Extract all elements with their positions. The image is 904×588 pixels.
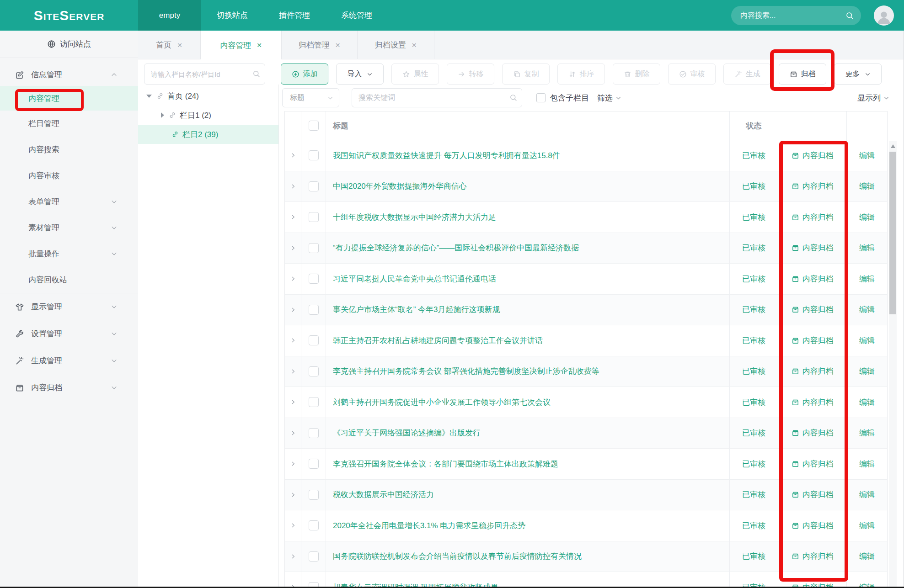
avatar[interactable] [874, 5, 894, 26]
row-archive-button[interactable]: 内容归档 [778, 140, 847, 171]
row-expand-cell[interactable] [285, 449, 301, 479]
tab-close-icon[interactable]: ✕ [335, 42, 341, 49]
toolbar-button-8[interactable]: 生成 [723, 64, 771, 85]
tree-node-2[interactable]: 栏目2 (39) [138, 125, 278, 144]
row-edit-button[interactable]: 编辑 [847, 356, 887, 387]
sidebar-item-0-6[interactable]: 批量操作 [0, 241, 138, 267]
row-title-link[interactable]: 韩正主持召开农村乱占耕地建房问题专项整治工作会议并讲话 [326, 325, 730, 356]
sidebar-group-1[interactable]: 显示管理 [0, 293, 138, 320]
scrollbar-thumb[interactable] [889, 152, 896, 314]
sidebar-item-0-7[interactable]: 内容回收站 [0, 267, 138, 293]
row-edit-button[interactable]: 编辑 [847, 572, 887, 588]
include-children-checkbox[interactable] [536, 93, 546, 102]
row-title-link[interactable]: 胡春华在云南调研时强调 巩固拓展脱贫攻坚成果 [326, 572, 730, 588]
row-edit-button[interactable]: 编辑 [847, 387, 887, 418]
row-expand-cell[interactable] [285, 541, 301, 572]
row-title-link[interactable]: 《习近平关于网络强国论述摘编》出版发行 [326, 418, 730, 449]
row-archive-button[interactable]: 内容归档 [778, 387, 847, 418]
sidebar-item-0-3[interactable]: 内容审核 [0, 163, 138, 189]
toolbar-button-10[interactable]: 更多 [834, 64, 882, 85]
display-columns-toggle[interactable]: 显示列 [857, 93, 889, 103]
tab-3[interactable]: 归档设置✕ [358, 31, 434, 59]
sidebar-item-0-1[interactable]: 栏目管理 [0, 111, 138, 137]
tree-node-0[interactable]: 首页 (24) [138, 86, 278, 106]
row-expand-cell[interactable] [285, 140, 301, 171]
row-archive-button[interactable]: 内容归档 [778, 171, 847, 202]
tab-close-icon[interactable]: ✕ [257, 42, 262, 49]
row-title-link[interactable]: 我国知识产权质量效益快速提升 每万人口发明专利拥有量达15.8件 [326, 140, 730, 171]
row-archive-button[interactable]: 内容归档 [778, 572, 847, 588]
row-checkbox[interactable] [309, 551, 319, 562]
nav-item-1[interactable]: 切换站点 [201, 0, 263, 31]
row-archive-button[interactable]: 内容归档 [778, 480, 847, 510]
collapse-menu-icon[interactable] [115, 40, 124, 48]
row-checkbox[interactable] [309, 243, 319, 253]
row-expand-cell[interactable] [285, 202, 301, 233]
search-icon[interactable] [845, 11, 854, 20]
row-archive-button[interactable]: 内容归档 [778, 510, 847, 541]
keyword-search-input[interactable] [352, 88, 522, 107]
row-title-link[interactable]: 刘鹤主持召开国务院促进中小企业发展工作领导小组第七次会议 [326, 387, 730, 418]
archive-button[interactable]: 归档 [779, 64, 826, 85]
row-archive-button[interactable]: 内容归档 [778, 541, 847, 572]
row-edit-button[interactable]: 编辑 [847, 418, 887, 449]
content-search-input[interactable] [740, 11, 845, 20]
sidebar-group-2[interactable]: 设置管理 [0, 320, 138, 347]
row-title-link[interactable]: 国务院联防联控机制发布会介绍当前疫情以及春节前后疫情防控有关情况 [326, 541, 730, 572]
sidebar-group-0[interactable]: 信息管理 [0, 64, 138, 86]
tab-0[interactable]: 首页✕ [138, 31, 201, 59]
row-edit-button[interactable]: 编辑 [847, 480, 887, 510]
row-title-link[interactable]: 十组年度税收大数据显示中国经济潜力大活力足 [326, 202, 730, 233]
row-archive-button[interactable]: 内容归档 [778, 202, 847, 233]
row-edit-button[interactable]: 编辑 [847, 171, 887, 202]
row-edit-button[interactable]: 编辑 [847, 510, 887, 541]
row-title-link[interactable]: 税收大数据展示中国经济活力 [326, 480, 730, 510]
toolbar-button-0[interactable]: 添加 [281, 64, 328, 85]
row-edit-button[interactable]: 编辑 [847, 264, 887, 294]
nav-item-3[interactable]: 系统管理 [326, 0, 388, 31]
row-edit-button[interactable]: 编辑 [847, 202, 887, 233]
row-expand-cell[interactable] [285, 480, 301, 510]
row-edit-button[interactable]: 编辑 [847, 541, 887, 572]
caret-right-icon[interactable] [161, 112, 164, 118]
tab-close-icon[interactable]: ✕ [412, 42, 417, 49]
row-checkbox[interactable] [309, 335, 319, 345]
row-expand-cell[interactable] [285, 233, 301, 264]
visit-site-button[interactable]: 访问站点 [0, 31, 138, 58]
row-checkbox[interactable] [309, 305, 319, 315]
row-expand-cell[interactable] [285, 171, 301, 202]
scroll-up-arrow-icon[interactable] [891, 144, 895, 148]
row-archive-button[interactable]: 内容归档 [778, 356, 847, 387]
toolbar-button-6[interactable]: 删除 [613, 64, 660, 85]
tab-close-icon[interactable]: ✕ [177, 42, 182, 49]
channel-search-input[interactable] [144, 64, 265, 85]
row-edit-button[interactable]: 编辑 [847, 140, 887, 171]
row-expand-cell[interactable] [285, 387, 301, 418]
sidebar-item-0-4[interactable]: 表单管理 [0, 189, 138, 215]
sidebar-group-3[interactable]: 生成管理 [0, 347, 138, 374]
sidebar-item-0-5[interactable]: 素材管理 [0, 215, 138, 241]
search-field-select[interactable]: 标题 [282, 88, 339, 107]
row-title-link[interactable]: 中国2020年外贸数据提振海外华商信心 [326, 171, 730, 202]
row-edit-button[interactable]: 编辑 [847, 233, 887, 264]
sidebar-group-4[interactable]: 内容归档 [0, 374, 138, 401]
toolbar-button-3[interactable]: 转移 [447, 64, 494, 85]
toolbar-button-5[interactable]: 排序 [557, 64, 605, 85]
filter-toggle[interactable]: 筛选 [597, 93, 621, 103]
row-expand-cell[interactable] [285, 356, 301, 387]
row-archive-button[interactable]: 内容归档 [778, 264, 847, 294]
tab-1[interactable]: 内容管理✕ [201, 31, 282, 60]
row-checkbox[interactable] [309, 212, 319, 222]
row-title-link[interactable]: 李克强召开国务院全体会议：各部门要围绕市场主体出政策解难题 [326, 449, 730, 479]
row-checkbox[interactable] [309, 490, 319, 500]
row-checkbox[interactable] [309, 181, 319, 191]
tree-node-1[interactable]: 栏目1 (2) [138, 106, 278, 125]
row-archive-button[interactable]: 内容归档 [778, 233, 847, 264]
row-title-link[interactable]: 2020年全社会用电量增长3.1% 电力需求呈稳步回升态势 [326, 510, 730, 541]
vertical-scrollbar[interactable] [889, 141, 897, 588]
row-checkbox[interactable] [309, 274, 319, 284]
nav-item-2[interactable]: 插件管理 [263, 0, 326, 31]
sidebar-item-0-2[interactable]: 内容搜索 [0, 137, 138, 163]
caret-down-icon[interactable] [146, 95, 152, 98]
row-checkbox[interactable] [309, 397, 319, 407]
